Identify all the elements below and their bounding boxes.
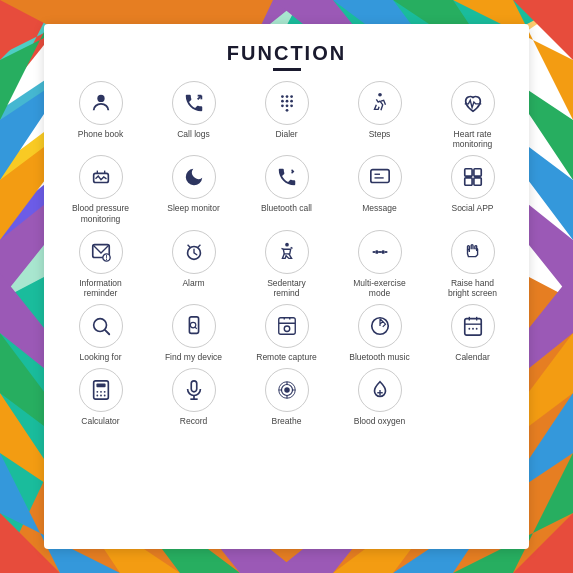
feature-item-calculator: Calculator bbox=[56, 368, 145, 426]
bt-music-icon bbox=[358, 304, 402, 348]
svg-point-44 bbox=[285, 104, 288, 107]
feature-label-bt-call: Bluetooth call bbox=[261, 203, 312, 213]
feature-label-call-logs: Call logs bbox=[177, 129, 210, 139]
feature-label-breathe: Breathe bbox=[272, 416, 302, 426]
svg-point-91 bbox=[100, 395, 102, 397]
svg-rect-69 bbox=[381, 250, 384, 254]
find-device-icon bbox=[172, 304, 216, 348]
feature-item-info-reminder: !Information reminder bbox=[56, 230, 145, 298]
calculator-icon bbox=[79, 368, 123, 412]
svg-line-63 bbox=[187, 244, 190, 247]
svg-point-96 bbox=[284, 388, 290, 394]
feature-item-sleep: Sleep monitor bbox=[149, 155, 238, 223]
blood-pressure-icon bbox=[79, 155, 123, 199]
heart-rate-icon bbox=[451, 81, 495, 125]
svg-line-72 bbox=[105, 330, 109, 334]
svg-line-75 bbox=[195, 327, 197, 329]
feature-item-blood-oxygen: Blood oxygen bbox=[335, 368, 424, 426]
feature-item-dialer: Dialer bbox=[242, 81, 331, 149]
svg-point-33 bbox=[97, 95, 104, 102]
person-icon bbox=[79, 81, 123, 125]
call-logs-icon bbox=[172, 81, 216, 125]
feature-item-sedentary: Sedentary remind bbox=[242, 230, 331, 298]
svg-rect-58 bbox=[473, 178, 480, 185]
feature-item-breathe: Breathe bbox=[242, 368, 331, 426]
looking-icon bbox=[79, 304, 123, 348]
feature-label-record: Record bbox=[180, 416, 207, 426]
raise-hand-icon bbox=[451, 230, 495, 274]
remote-capture-icon bbox=[265, 304, 309, 348]
feature-item-find-device: Find my device bbox=[149, 304, 238, 362]
svg-point-51 bbox=[291, 171, 293, 173]
svg-point-92 bbox=[103, 395, 105, 397]
svg-point-90 bbox=[96, 395, 98, 397]
svg-point-45 bbox=[290, 104, 293, 107]
social-app-icon bbox=[451, 155, 495, 199]
svg-point-74 bbox=[190, 322, 196, 328]
svg-rect-57 bbox=[464, 178, 471, 185]
svg-point-40 bbox=[281, 100, 284, 103]
feature-item-call-logs: Call logs bbox=[149, 81, 238, 149]
message-icon bbox=[358, 155, 402, 199]
svg-point-41 bbox=[285, 100, 288, 103]
svg-point-82 bbox=[468, 328, 470, 330]
svg-point-47 bbox=[378, 93, 382, 97]
feature-item-person: Phone book bbox=[56, 81, 145, 149]
dialer-icon bbox=[265, 81, 309, 125]
svg-rect-56 bbox=[473, 169, 480, 176]
feature-label-social-app: Social APP bbox=[451, 203, 493, 213]
feature-label-person: Phone book bbox=[78, 129, 123, 139]
sleep-icon bbox=[172, 155, 216, 199]
svg-point-37 bbox=[281, 95, 284, 98]
svg-point-83 bbox=[472, 328, 474, 330]
svg-rect-55 bbox=[464, 169, 471, 176]
feature-label-blood-oxygen: Blood oxygen bbox=[354, 416, 406, 426]
feature-label-raise-hand: Raise hand bright screen bbox=[441, 278, 505, 298]
function-card: FUNCTION Phone bookCall logsDialerStepsH… bbox=[44, 24, 529, 549]
exercise-icon bbox=[358, 230, 402, 274]
svg-point-46 bbox=[285, 109, 288, 112]
steps-icon bbox=[358, 81, 402, 125]
calendar-icon bbox=[451, 304, 495, 348]
feature-label-calendar: Calendar bbox=[455, 352, 490, 362]
title-divider bbox=[273, 68, 301, 71]
feature-item-heart-rate: Heart rate monitoring bbox=[428, 81, 517, 149]
svg-point-65 bbox=[285, 243, 289, 247]
feature-label-heart-rate: Heart rate monitoring bbox=[441, 129, 505, 149]
alarm-icon bbox=[172, 230, 216, 274]
feature-label-looking: Looking for bbox=[79, 352, 121, 362]
feature-label-calculator: Calculator bbox=[81, 416, 119, 426]
feature-item-calendar: Calendar bbox=[428, 304, 517, 362]
feature-label-info-reminder: Information reminder bbox=[69, 278, 133, 298]
feature-item-social-app: Social APP bbox=[428, 155, 517, 223]
breathe-icon bbox=[265, 368, 309, 412]
svg-point-87 bbox=[96, 391, 98, 393]
feature-item-looking: Looking for bbox=[56, 304, 145, 362]
svg-point-39 bbox=[290, 95, 293, 98]
svg-point-88 bbox=[100, 391, 102, 393]
feature-item-exercise: Multi-exercise mode bbox=[335, 230, 424, 298]
page-title: FUNCTION bbox=[56, 42, 517, 65]
svg-line-64 bbox=[197, 244, 200, 247]
features-grid: Phone bookCall logsDialerStepsHeart rate… bbox=[56, 81, 517, 427]
bt-call-icon bbox=[265, 155, 309, 199]
feature-label-dialer: Dialer bbox=[275, 129, 297, 139]
blood-oxygen-icon bbox=[358, 368, 402, 412]
svg-point-43 bbox=[281, 104, 284, 107]
feature-label-find-device: Find my device bbox=[165, 352, 222, 362]
record-icon bbox=[172, 368, 216, 412]
feature-item-alarm: Alarm bbox=[149, 230, 238, 298]
info-reminder-icon: ! bbox=[79, 230, 123, 274]
feature-item-bt-call: Bluetooth call bbox=[242, 155, 331, 223]
feature-item-bt-music: Bluetooth music bbox=[335, 304, 424, 362]
svg-rect-93 bbox=[191, 381, 197, 392]
svg-point-84 bbox=[475, 328, 477, 330]
feature-item-steps: Steps bbox=[335, 81, 424, 149]
svg-rect-52 bbox=[370, 170, 388, 183]
feature-item-message: Message bbox=[335, 155, 424, 223]
svg-point-76 bbox=[284, 326, 290, 332]
feature-label-remote-capture: Remote capture bbox=[256, 352, 316, 362]
sedentary-icon bbox=[265, 230, 309, 274]
feature-label-steps: Steps bbox=[369, 129, 391, 139]
svg-rect-86 bbox=[96, 384, 105, 388]
